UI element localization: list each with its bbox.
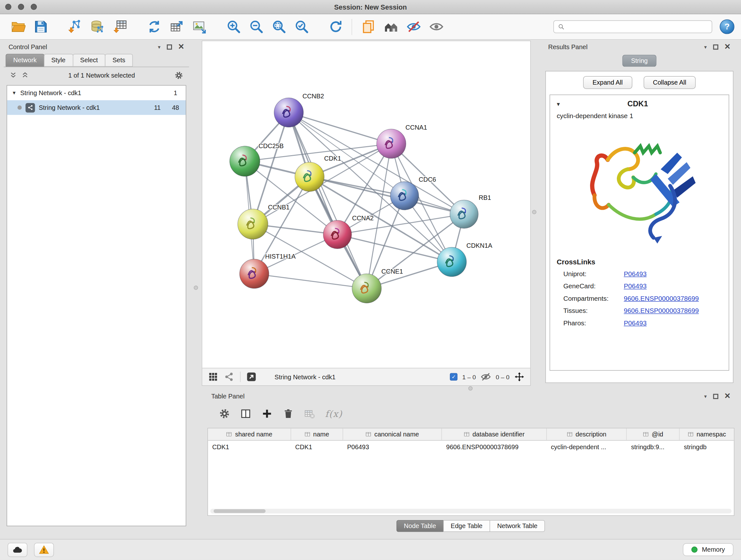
hidden-eye-slash-icon[interactable] bbox=[481, 372, 491, 382]
entry-collapse-icon[interactable]: ▼ bbox=[556, 101, 561, 107]
splitter-handle[interactable] bbox=[194, 286, 198, 290]
tab-network[interactable]: Network bbox=[6, 54, 44, 67]
tab-style[interactable]: Style bbox=[44, 54, 73, 67]
network-edge-CCNB2-CCNE1[interactable] bbox=[289, 112, 367, 288]
cell-shared-name[interactable]: CDK1 bbox=[208, 443, 291, 450]
collapse-all-icon[interactable] bbox=[10, 71, 17, 79]
network-node-cdk1[interactable] bbox=[295, 162, 324, 192]
tab-sets[interactable]: Sets bbox=[105, 54, 133, 67]
column-header-namespace[interactable]: namespac bbox=[680, 428, 734, 440]
network-node-rb1[interactable] bbox=[450, 200, 478, 228]
uniprot-link[interactable]: P06493 bbox=[624, 270, 647, 278]
column-header-database-identifier[interactable]: database identifier bbox=[442, 428, 547, 440]
selection-checkbox-icon[interactable]: ✓ bbox=[450, 373, 458, 381]
zoom-fit-button[interactable] bbox=[267, 16, 290, 37]
tab-string[interactable]: String bbox=[623, 55, 657, 66]
network-node-cdc25b[interactable] bbox=[230, 146, 260, 177]
pharos-link[interactable]: P06493 bbox=[624, 319, 647, 327]
add-column-icon[interactable] bbox=[261, 408, 273, 420]
network-node-hist1h1a[interactable] bbox=[240, 259, 269, 289]
panel-close-icon[interactable]: ✕ bbox=[724, 43, 731, 51]
panel-float-icon[interactable] bbox=[713, 44, 718, 49]
tab-select[interactable]: Select bbox=[72, 54, 105, 67]
panel-float-icon[interactable] bbox=[166, 44, 172, 49]
network-node-ccna2[interactable] bbox=[323, 220, 352, 249]
tissues-link[interactable]: 9606.ENSP00000378699 bbox=[624, 307, 699, 314]
column-header-shared-name[interactable]: shared name bbox=[208, 428, 291, 440]
network-overview-icon[interactable] bbox=[224, 372, 234, 382]
collapse-all-button[interactable]: Collapse All bbox=[643, 76, 696, 89]
import-network-file-button[interactable] bbox=[63, 16, 86, 37]
compartments-link[interactable]: 9606.ENSP00000378699 bbox=[624, 295, 699, 302]
warnings-button[interactable] bbox=[34, 543, 54, 557]
window-minimize-button[interactable] bbox=[18, 4, 24, 10]
zoom-in-button[interactable] bbox=[222, 16, 245, 37]
search-input[interactable] bbox=[568, 23, 708, 30]
network-node-ccne1[interactable] bbox=[352, 273, 381, 303]
delete-column-icon[interactable] bbox=[283, 408, 294, 420]
network-node-ccnb1[interactable] bbox=[238, 209, 268, 240]
panel-float-icon[interactable] bbox=[713, 394, 718, 399]
window-zoom-button[interactable] bbox=[30, 4, 37, 10]
cloud-status-button[interactable] bbox=[8, 543, 27, 557]
column-header-canonical-name[interactable]: canonical name bbox=[343, 428, 442, 440]
apply-layout-button[interactable] bbox=[324, 16, 347, 37]
panel-menu-icon[interactable]: ▾ bbox=[158, 44, 160, 49]
column-header-name[interactable]: name bbox=[291, 428, 343, 440]
tab-edge-table[interactable]: Edge Table bbox=[443, 520, 490, 532]
network-node-ccna1[interactable] bbox=[377, 129, 406, 159]
network-edge-HIST1H1A-CCNE1[interactable] bbox=[254, 273, 367, 288]
network-collection-row[interactable]: ▼ String Network - cdk1 1 bbox=[7, 85, 186, 100]
network-edge-CDK1-RB1[interactable] bbox=[310, 177, 464, 214]
panel-close-icon[interactable]: ✕ bbox=[724, 392, 731, 400]
hide-selected-button[interactable] bbox=[402, 16, 425, 37]
horizontal-scrollbar[interactable] bbox=[210, 509, 731, 513]
annotations-button[interactable] bbox=[357, 16, 380, 37]
network-canvas[interactable]: CCNB2CCNA1CDC25BCDK1CDC6RB1CCNB1CCNA2CDK… bbox=[202, 41, 530, 368]
column-header-description[interactable]: description bbox=[547, 428, 627, 440]
export-table-button[interactable] bbox=[165, 16, 188, 37]
cell-name[interactable]: CDK1 bbox=[291, 443, 343, 450]
cell-id[interactable]: stringdb:9... bbox=[627, 443, 680, 450]
import-table-button[interactable] bbox=[109, 16, 131, 37]
panel-close-icon[interactable]: ✕ bbox=[178, 43, 185, 51]
move-crosshair-icon[interactable] bbox=[514, 372, 525, 382]
scrollbar-thumb[interactable] bbox=[213, 509, 266, 513]
window-close-button[interactable] bbox=[5, 4, 11, 10]
collection-collapse-icon[interactable]: ▼ bbox=[12, 90, 17, 96]
export-image-button[interactable] bbox=[188, 16, 211, 37]
memory-button[interactable]: Memory bbox=[683, 543, 733, 556]
network-row[interactable]: String Network - cdk1 11 48 bbox=[7, 100, 186, 115]
export-network-button[interactable] bbox=[143, 16, 165, 37]
tab-network-table[interactable]: Network Table bbox=[489, 520, 545, 532]
birdseye-grid-icon[interactable] bbox=[208, 372, 219, 382]
cell-database-identifier[interactable]: 9606.ENSP00000378699 bbox=[442, 443, 547, 450]
expand-all-button[interactable]: Expand All bbox=[583, 76, 632, 89]
network-edge-CCNB2-CCNA1[interactable] bbox=[289, 112, 391, 144]
help-button[interactable]: ? bbox=[720, 19, 734, 34]
first-neighbors-button[interactable] bbox=[380, 16, 402, 37]
cell-namespace[interactable]: stringdb bbox=[680, 443, 734, 450]
network-node-cdc6[interactable] bbox=[390, 182, 419, 210]
show-columns-icon[interactable] bbox=[240, 408, 252, 420]
zoom-selected-button[interactable] bbox=[290, 16, 313, 37]
export-view-icon[interactable] bbox=[246, 372, 257, 382]
expand-all-icon[interactable] bbox=[21, 71, 29, 79]
zoom-out-button[interactable] bbox=[245, 16, 267, 37]
panel-menu-icon[interactable]: ▾ bbox=[704, 394, 707, 399]
open-session-button[interactable] bbox=[7, 16, 29, 37]
tab-node-table[interactable]: Node Table bbox=[396, 520, 444, 532]
genecard-link[interactable]: P06493 bbox=[624, 282, 647, 290]
save-session-button[interactable] bbox=[29, 16, 52, 37]
splitter-handle[interactable] bbox=[468, 386, 473, 390]
splitter-handle[interactable] bbox=[532, 210, 536, 214]
column-header-id[interactable]: @id bbox=[627, 428, 680, 440]
table-settings-gear-icon[interactable] bbox=[219, 408, 230, 420]
network-node-ccnb2[interactable] bbox=[274, 98, 304, 127]
network-node-cdkn1a[interactable] bbox=[437, 247, 467, 276]
import-network-database-button[interactable] bbox=[86, 16, 109, 37]
cell-canonical-name[interactable]: P06493 bbox=[343, 443, 442, 450]
network-options-gear-icon[interactable] bbox=[174, 71, 183, 79]
show-all-button[interactable] bbox=[425, 16, 448, 37]
cell-description[interactable]: cyclin-dependent ... bbox=[547, 443, 627, 450]
